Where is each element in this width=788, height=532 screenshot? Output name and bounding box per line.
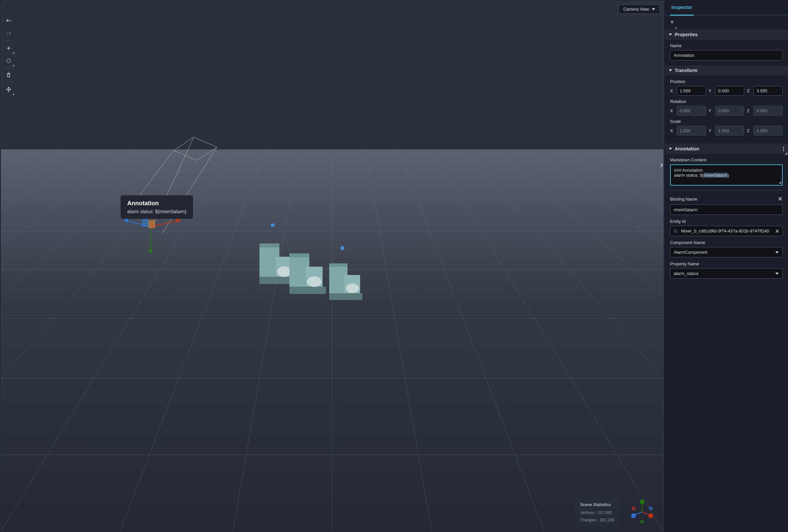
panel-collapse-button[interactable] bbox=[659, 163, 664, 168]
chevron-down-icon bbox=[669, 34, 672, 36]
position-x-input[interactable] bbox=[677, 86, 706, 96]
svg-line-15 bbox=[1, 149, 134, 531]
name-label: Name bbox=[670, 43, 783, 48]
add-component-button[interactable] bbox=[665, 16, 788, 29]
svg-point-36 bbox=[307, 276, 321, 287]
section-header-transform[interactable]: Transform bbox=[665, 65, 788, 76]
svg-rect-37 bbox=[289, 253, 309, 258]
section-header-annotation[interactable]: Annotation bbox=[665, 143, 788, 154]
tab-inspector[interactable]: Inspector bbox=[670, 0, 694, 16]
markdown-content-input[interactable]: ### Annotationalarm status: ${mixer0alar… bbox=[670, 164, 783, 186]
svg-text:Y: Y bbox=[641, 500, 643, 504]
binding-name-label: Binding Name bbox=[670, 197, 697, 202]
viewport-grid bbox=[1, 149, 664, 531]
component-name-label: Component Name bbox=[670, 240, 783, 245]
search-icon bbox=[673, 229, 678, 233]
svg-rect-39 bbox=[329, 293, 362, 300]
delete-button[interactable] bbox=[2, 69, 15, 81]
svg-point-68 bbox=[674, 229, 677, 232]
scale-z-input bbox=[753, 126, 783, 136]
remove-binding-button[interactable]: ✕ bbox=[778, 195, 783, 203]
markdown-content-label: Markdown Content bbox=[670, 158, 783, 162]
svg-line-21 bbox=[432, 149, 664, 531]
kebab-menu-icon[interactable] bbox=[783, 147, 784, 151]
annotation-tooltip-title: Annotation bbox=[127, 200, 186, 207]
svg-point-65 bbox=[640, 520, 644, 524]
rotation-x-input bbox=[677, 106, 706, 116]
add-object-button[interactable] bbox=[2, 42, 15, 55]
entity-id-label: Entity Id bbox=[670, 219, 783, 224]
stats-title: Scene Statistics bbox=[580, 503, 614, 507]
camera-view-label: Camera View bbox=[623, 7, 649, 12]
camera-view-button[interactable]: Camera View bbox=[618, 4, 660, 14]
inspector-tabs: Inspector bbox=[665, 0, 788, 16]
name-input[interactable] bbox=[670, 50, 783, 60]
axis-orientation-gizmo[interactable]: Y X Z bbox=[629, 498, 655, 525]
svg-line-25 bbox=[564, 149, 664, 531]
svg-point-44 bbox=[340, 246, 344, 250]
svg-rect-32 bbox=[259, 243, 279, 247]
svg-line-19 bbox=[366, 149, 432, 531]
svg-text:X: X bbox=[650, 514, 652, 517]
scale-label: Scale bbox=[670, 119, 783, 124]
entity-id-input[interactable] bbox=[670, 226, 783, 236]
position-y-input[interactable] bbox=[715, 86, 745, 96]
rotation-label: Rotation bbox=[670, 99, 783, 104]
svg-line-12 bbox=[1, 149, 233, 531]
svg-line-22 bbox=[465, 149, 664, 531]
chevron-down-icon bbox=[669, 148, 672, 150]
viewport-sky bbox=[1, 1, 664, 149]
chevron-down-icon bbox=[669, 69, 672, 71]
svg-point-43 bbox=[271, 224, 275, 227]
svg-point-41 bbox=[346, 284, 359, 293]
position-label: Position bbox=[670, 79, 783, 84]
transform-mode-button[interactable] bbox=[2, 55, 15, 67]
svg-rect-34 bbox=[289, 287, 326, 294]
viewport-3d[interactable]: Camera View Annotation alarm status: ${m… bbox=[1, 1, 664, 531]
svg-text:Z: Z bbox=[633, 514, 634, 517]
svg-line-23 bbox=[498, 149, 664, 531]
svg-point-67 bbox=[649, 507, 653, 510]
svg-point-66 bbox=[632, 507, 635, 510]
scene-machines bbox=[253, 224, 369, 310]
viewport-toolbar bbox=[2, 15, 15, 96]
redo-button[interactable] bbox=[2, 27, 15, 40]
scale-y-input bbox=[715, 126, 745, 136]
property-name-label: Property Name bbox=[670, 261, 783, 266]
svg-line-24 bbox=[531, 149, 664, 531]
section-header-properties[interactable]: Properties bbox=[665, 29, 788, 40]
undo-button[interactable] bbox=[2, 15, 15, 27]
svg-line-20 bbox=[398, 149, 544, 531]
svg-line-10 bbox=[233, 149, 299, 531]
svg-line-16 bbox=[1, 149, 100, 531]
clear-entity-button[interactable]: ✕ bbox=[775, 228, 780, 234]
pan-button[interactable] bbox=[2, 83, 15, 96]
rotation-y-input bbox=[715, 106, 745, 116]
property-name-select[interactable]: alarm_status bbox=[670, 268, 783, 279]
inspector-panel: Inspector Properties Name Transform Posi… bbox=[665, 0, 788, 283]
annotation-tooltip: Annotation alarm status: ${mixer0alarm} bbox=[121, 195, 193, 219]
scene-statistics-panel: Scene Statistics Vertices : 107,892 Tria… bbox=[574, 498, 620, 527]
svg-rect-42 bbox=[329, 263, 348, 267]
binding-name-input[interactable] bbox=[670, 205, 783, 215]
position-z-input[interactable] bbox=[753, 86, 783, 96]
scale-x-input bbox=[677, 126, 706, 136]
svg-line-69 bbox=[676, 231, 678, 233]
rotation-z-input bbox=[753, 106, 783, 116]
component-name-select[interactable]: AlarmComponent bbox=[670, 247, 783, 258]
annotation-tooltip-body: alarm status: ${mixer0alarm} bbox=[127, 209, 186, 214]
